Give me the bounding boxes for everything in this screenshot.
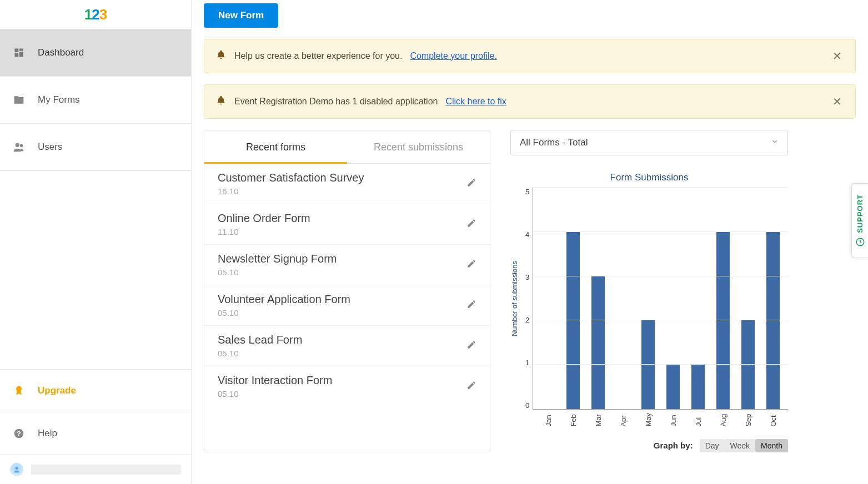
svg-rect-2 bbox=[19, 52, 23, 57]
pencil-icon[interactable] bbox=[466, 299, 476, 311]
form-row[interactable]: Online Order Form11.10 bbox=[204, 204, 490, 244]
sidebar-item-label: Users bbox=[38, 142, 62, 153]
banner-text: Help us create a better experience for y… bbox=[234, 51, 402, 61]
svg-rect-1 bbox=[19, 49, 23, 51]
x-tick: Jul bbox=[694, 413, 703, 427]
avatar-icon bbox=[10, 463, 23, 476]
svg-rect-0 bbox=[15, 49, 19, 53]
y-tick: 0 bbox=[525, 401, 529, 410]
bell-icon bbox=[215, 95, 227, 108]
chart-bar bbox=[766, 232, 780, 409]
pencil-icon[interactable] bbox=[466, 340, 476, 352]
support-label: SUPPORT bbox=[856, 194, 864, 233]
form-date: 05.10 bbox=[218, 308, 460, 317]
graph-range-week[interactable]: Week bbox=[725, 439, 756, 452]
form-title: Online Order Form bbox=[218, 212, 460, 225]
banner-link-fix[interactable]: Click here to fix bbox=[445, 97, 506, 107]
recent-panel: Recent forms Recent submissions Customer… bbox=[204, 130, 490, 452]
tab-recent-submissions[interactable]: Recent submissions bbox=[347, 130, 490, 164]
pencil-icon[interactable] bbox=[466, 259, 476, 271]
dropdown-selected: All Forms - Total bbox=[520, 137, 588, 148]
x-tick: Sep bbox=[744, 413, 752, 427]
sidebar-item-upgrade[interactable]: Upgrade bbox=[0, 369, 191, 412]
form-title: Visitor Interaction Form bbox=[218, 374, 460, 387]
x-tick: Oct bbox=[769, 413, 777, 427]
user-menu[interactable] bbox=[0, 455, 191, 484]
x-tick: Feb bbox=[569, 413, 578, 427]
form-row[interactable]: Customer Satisfaction Survey16.10 bbox=[204, 164, 490, 204]
form-date: 16.10 bbox=[218, 186, 460, 196]
svg-text:?: ? bbox=[17, 430, 21, 437]
sidebar-item-label: Help bbox=[38, 428, 57, 439]
svg-rect-3 bbox=[15, 53, 19, 57]
chevron-down-icon bbox=[771, 137, 779, 148]
y-axis-label: Number of submissions bbox=[510, 261, 519, 336]
form-title: Volunteer Application Form bbox=[218, 293, 460, 306]
banner-disabled-application: Event Registration Demo has 1 disabled a… bbox=[204, 84, 856, 119]
chart-bar bbox=[566, 232, 580, 409]
sidebar-item-label: Upgrade bbox=[38, 385, 76, 396]
form-date: 05.10 bbox=[218, 349, 460, 358]
graph-by-controls: Graph by: DayWeekMonth bbox=[510, 439, 788, 452]
folder-icon bbox=[12, 93, 26, 107]
form-row[interactable]: Newsletter Signup Form05.10 bbox=[204, 244, 490, 285]
chart-bar bbox=[641, 320, 655, 409]
sidebar-item-label: My Forms bbox=[38, 94, 80, 105]
sidebar-item-dashboard[interactable]: Dashboard bbox=[0, 29, 191, 77]
chart-bar bbox=[591, 276, 605, 409]
sidebar-item-users[interactable]: Users bbox=[0, 124, 191, 171]
svg-point-5 bbox=[20, 144, 23, 148]
pencil-icon[interactable] bbox=[466, 178, 476, 190]
chart-panel: All Forms - Total Form Submissions Numbe… bbox=[510, 130, 788, 452]
close-icon[interactable]: ✕ bbox=[830, 94, 844, 109]
sidebar-item-label: Dashboard bbox=[38, 47, 84, 58]
graph-range-day[interactable]: Day bbox=[700, 439, 725, 452]
y-tick: 3 bbox=[525, 273, 529, 281]
graph-range-month[interactable]: Month bbox=[755, 439, 788, 452]
users-icon bbox=[12, 140, 26, 154]
y-tick: 1 bbox=[525, 359, 529, 367]
submissions-chart: Number of submissions 543210 bbox=[510, 188, 788, 410]
form-row[interactable]: Sales Lead Form05.10 bbox=[204, 325, 490, 366]
pencil-icon[interactable] bbox=[466, 380, 476, 392]
chart-bar bbox=[666, 365, 680, 409]
sidebar: 123 Dashboard My Forms Users bbox=[0, 0, 192, 484]
svg-point-6 bbox=[16, 386, 22, 392]
y-tick: 2 bbox=[525, 316, 529, 324]
form-title: Sales Lead Form bbox=[218, 334, 460, 346]
x-tick: Jan bbox=[544, 413, 553, 427]
pencil-icon[interactable] bbox=[466, 218, 476, 230]
close-icon[interactable]: ✕ bbox=[830, 48, 844, 64]
tab-recent-forms[interactable]: Recent forms bbox=[204, 130, 347, 164]
support-tab[interactable]: SUPPORT bbox=[851, 183, 868, 258]
user-name-placeholder bbox=[31, 465, 181, 475]
x-tick: Mar bbox=[594, 413, 603, 427]
form-row[interactable]: Visitor Interaction Form05.10 bbox=[204, 366, 490, 406]
help-icon: ? bbox=[12, 427, 26, 440]
chart-bar bbox=[716, 232, 730, 409]
svg-point-4 bbox=[16, 143, 19, 147]
forms-filter-dropdown[interactable]: All Forms - Total bbox=[510, 130, 788, 155]
form-date: 05.10 bbox=[218, 389, 460, 399]
dashboard-icon bbox=[12, 46, 26, 59]
x-tick: May bbox=[644, 413, 653, 427]
bell-icon bbox=[215, 49, 227, 63]
x-tick: Jun bbox=[669, 413, 678, 427]
chart-bar bbox=[741, 320, 755, 409]
form-row[interactable]: Volunteer Application Form05.10 bbox=[204, 285, 490, 325]
sidebar-item-help[interactable]: ? Help bbox=[0, 412, 191, 455]
form-date: 05.10 bbox=[218, 268, 460, 277]
new-form-button[interactable]: New Form bbox=[204, 3, 278, 28]
svg-point-9 bbox=[16, 467, 18, 470]
form-date: 11.10 bbox=[218, 227, 460, 236]
main: New Form Help us create a better experie… bbox=[192, 0, 868, 484]
headset-icon bbox=[855, 237, 865, 247]
sidebar-item-my-forms[interactable]: My Forms bbox=[0, 77, 191, 124]
banner-link-complete-profile[interactable]: Complete your profile. bbox=[410, 51, 497, 61]
banner-complete-profile: Help us create a better experience for y… bbox=[204, 39, 856, 73]
x-tick: Apr bbox=[619, 413, 628, 427]
chart-bar bbox=[691, 365, 705, 409]
banner-text: Event Registration Demo has 1 disabled a… bbox=[234, 97, 438, 107]
logo: 123 bbox=[0, 0, 191, 29]
graph-by-label: Graph by: bbox=[654, 441, 693, 450]
